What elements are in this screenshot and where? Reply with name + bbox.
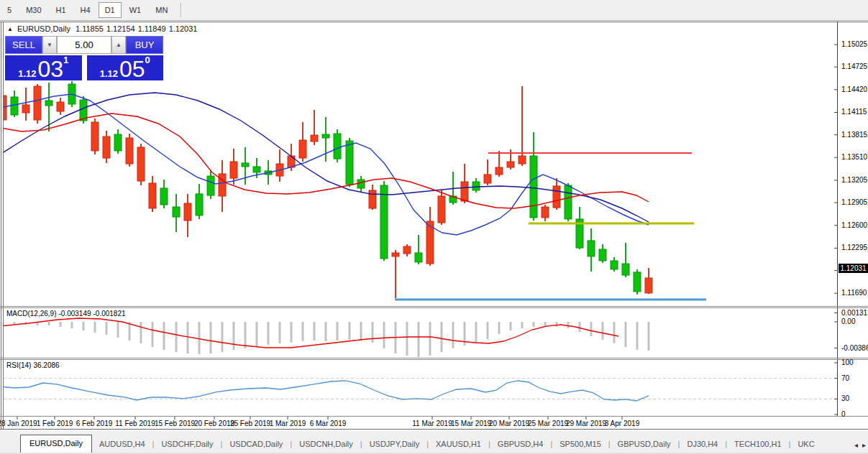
sell-button[interactable]: SELL	[5, 36, 42, 54]
candle-body	[196, 194, 203, 216]
candle-body	[438, 196, 445, 223]
candle-body	[242, 163, 249, 167]
macd-bar	[372, 322, 374, 343]
tab-xauusd-h1[interactable]: XAUUSD,H1	[429, 436, 488, 453]
buy-price-sup: 0	[145, 55, 150, 65]
rsi-tick-label: 70	[841, 374, 849, 382]
buy-price-small: 1.12	[100, 68, 118, 79]
macd-bar	[636, 322, 639, 350]
macd-bar	[106, 322, 108, 335]
tab-usdcad-daily[interactable]: USDCAD,Daily	[222, 436, 290, 453]
tab-usdcnh-daily[interactable]: USDCNH,Daily	[292, 436, 360, 453]
price-tick-label: 1.11690	[841, 289, 867, 297]
candle-body	[57, 102, 64, 111]
volume-input[interactable]	[57, 36, 111, 54]
date-label: 15 Mar 2019	[451, 420, 491, 427]
macd-bar	[245, 322, 247, 348]
timeframe-button-mn[interactable]: MN	[149, 2, 174, 18]
tab-scroll-left-icon[interactable]: ◂	[854, 441, 858, 449]
timeframe-button-h4[interactable]: H4	[74, 2, 97, 18]
tab-sp500-m15[interactable]: SP500,M15	[552, 436, 608, 453]
buy-button[interactable]: BUY	[126, 36, 163, 54]
date-label: 15 Feb 2019	[155, 420, 195, 427]
rsi-tick-label: 30	[841, 394, 849, 402]
tab-tech100-h1[interactable]: TECH100,H1	[727, 436, 788, 453]
date-label: 20 Mar 2019	[489, 420, 529, 427]
rsi-name: RSI(14)	[6, 361, 31, 369]
volume-decrease-button[interactable]: ▼	[42, 36, 57, 54]
one-click-trade-panel: SELL ▼ ▲ BUY 1.12 03 1 1.12 05 0	[5, 36, 163, 80]
tab-usdjpy-daily[interactable]: USDJPY,Daily	[362, 436, 427, 453]
ma-navy-slow	[0, 93, 649, 222]
candle-body	[219, 174, 226, 196]
candle-body	[311, 135, 318, 142]
timeframe-button-h1[interactable]: H1	[50, 2, 73, 18]
candle-body	[334, 134, 341, 159]
macd-bar	[117, 322, 119, 338]
macd-bar	[498, 322, 501, 334]
macd-bar	[198, 322, 201, 354]
macd-bar	[152, 322, 154, 347]
tab-scroll-right-icon[interactable]: ▸	[862, 441, 866, 449]
macd-bar	[648, 322, 650, 351]
tab-usdchf-daily[interactable]: USDCHF,Daily	[154, 436, 220, 453]
candle-body	[542, 207, 549, 218]
price-tick-label: 1.13205	[841, 176, 867, 184]
macd-bar	[613, 322, 616, 343]
price-tick-label: 1.13510	[841, 153, 867, 161]
candle-body	[380, 185, 388, 259]
tab-audusd-h4[interactable]: AUDUSD,H4	[92, 436, 152, 453]
tab-gbpusd-h4[interactable]: GBPUSD,H4	[490, 436, 551, 453]
macd-tick-label: 0.001313	[841, 309, 868, 317]
macd-bar	[291, 322, 293, 343]
macd-bar	[602, 322, 604, 340]
sell-price-small: 1.12	[18, 68, 36, 79]
candle-body	[530, 156, 537, 218]
candle-body	[634, 272, 641, 292]
tab-ukc[interactable]: UKC	[790, 436, 821, 453]
tab-eurusd-daily[interactable]: EURUSD,Daily	[20, 435, 92, 453]
macd-tick-label: 0.00	[841, 318, 855, 325]
macd-bar	[314, 322, 316, 340]
collapse-arrow-icon[interactable]: ▲	[7, 26, 13, 32]
macd-bar	[521, 322, 524, 328]
volume-increase-button[interactable]: ▲	[111, 36, 126, 54]
trading-terminal: 5M30H1H4D1W1MN ▲EURUSD,Daily 1.118551.12…	[0, 0, 868, 454]
timeframe-button-m30[interactable]: M30	[19, 2, 47, 18]
candle-body	[184, 203, 191, 221]
macd-bar	[268, 322, 270, 345]
main-plot[interactable]	[0, 81, 706, 300]
tab-gbpusd-daily[interactable]: GBPUSD,Daily	[611, 436, 678, 453]
date-label: 25 Feb 2019	[230, 420, 270, 427]
date-label: 11 Feb 2019	[115, 420, 155, 427]
current-price-tag: 1.12031	[839, 264, 868, 273]
timeframe-button-d1[interactable]: D1	[99, 2, 122, 18]
tab-dj30-h4[interactable]: DJ30,H4	[680, 436, 725, 453]
candle-body	[34, 86, 41, 120]
macd-bar	[60, 322, 62, 327]
macd-bar	[325, 322, 327, 341]
macd-bar	[233, 322, 235, 350]
tab-scroll-buttons: ◂▸	[850, 441, 866, 449]
timeframe-button-5[interactable]: 5	[1, 2, 18, 18]
ma-blue-fast	[0, 94, 649, 235]
sell-price-box[interactable]: 1.12 03 1	[5, 55, 82, 80]
timeframe-button-w1[interactable]: W1	[123, 2, 148, 18]
candle-body	[137, 147, 145, 181]
buy-price-box[interactable]: 1.12 05 0	[87, 55, 164, 80]
date-label: 6 Feb 2019	[76, 420, 113, 427]
price-tick-label: 1.15025	[841, 40, 867, 48]
macd-bar	[337, 322, 339, 340]
macd-bar	[418, 322, 420, 357]
macd-bar	[71, 322, 73, 328]
date-label: 20 Feb 2019	[194, 420, 234, 427]
candle-body	[253, 167, 260, 172]
date-label: 11 Mar 2019	[412, 420, 452, 427]
ohlc-low: 1.11849	[138, 24, 166, 33]
macd-bar	[302, 322, 304, 341]
macd-bar	[567, 322, 570, 328]
price-tick-label: 1.12295	[841, 244, 867, 251]
sell-price-sup: 1	[63, 55, 68, 65]
buy-price-big: 05	[119, 59, 145, 79]
rsi-tick-label: 100	[841, 358, 854, 366]
